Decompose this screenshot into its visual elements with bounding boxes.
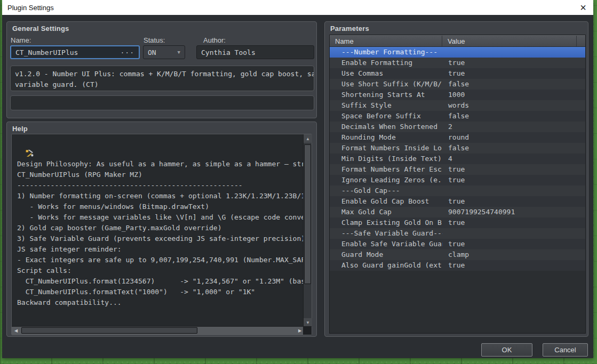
horizontal-scroll-thumb[interactable] [21, 327, 197, 334]
window-title: Plugin Settings [7, 4, 54, 12]
parameters-title: Parameters [330, 25, 369, 33]
param-name: ---Gold Cap--- [330, 185, 443, 196]
help-line: Backward compatibility... [17, 297, 304, 308]
param-name: Enable Safe Variable Guard [330, 239, 443, 249]
param-name: Also Guard gainGold (ext··· [330, 260, 443, 271]
param-name: Ignore Leading Zeros (e.··· [330, 175, 443, 185]
param-name: Decimals When Shortened [330, 122, 443, 132]
param-value [443, 228, 578, 239]
param-value: true [443, 68, 578, 79]
status-value: ON [148, 48, 156, 56]
help-line: CT_NumberUIPlus.format(1234567) -> "1,23… [17, 276, 304, 287]
help-text[interactable]: Design Philosophy: As useful as a hammer… [12, 134, 304, 327]
help-line: Design Philosophy: As useful as a hammer… [17, 137, 304, 169]
help-scroll-area: Design Philosophy: As useful as a hammer… [11, 134, 312, 335]
param-name: Rounding Mode [330, 132, 443, 143]
param-name: Max Gold Cap [330, 207, 443, 217]
table-row[interactable]: ---Safe Variable Guard--- [330, 228, 585, 239]
name-browse-button[interactable]: ··· [121, 48, 134, 56]
hammer-wrench-icon [26, 150, 34, 157]
author-value: Cynthia Tools [201, 48, 256, 56]
help-line: - Works for message variables like \V[n]… [17, 212, 304, 223]
author-label: Author: [203, 36, 226, 44]
table-row[interactable]: Rounding Moderound [330, 132, 585, 143]
table-row[interactable]: Enable Formattingtrue [330, 58, 585, 68]
param-value: true [443, 164, 578, 175]
param-name: ---Safe Variable Guard--- [330, 228, 443, 239]
help-line: JS safe integer reminder: [17, 244, 304, 255]
table-row[interactable]: ---Number Formatting--- [330, 47, 585, 58]
parameters-table-header: Name Value [330, 35, 585, 47]
help-line: 1) Number formatting on-screen (commas +… [17, 191, 304, 201]
param-value: 4 [443, 153, 578, 164]
table-row[interactable]: Clamp Existing Gold On B···true [330, 217, 585, 228]
title-bar[interactable]: Plugin Settings × [2, 0, 593, 15]
param-value: false [443, 143, 578, 153]
param-name: Suffix Style [330, 100, 443, 111]
ok-button[interactable]: OK [481, 343, 532, 357]
help-line: Script calls: [17, 265, 304, 276]
close-icon[interactable]: × [576, 1, 590, 14]
param-name: Enable Formatting [330, 58, 443, 68]
help-vertical-scrollbar[interactable]: ▲ ▼ [303, 134, 312, 327]
extra-field [10, 95, 314, 110]
table-row[interactable]: Also Guard gainGold (ext···true [330, 260, 585, 271]
param-value: 9007199254740991 [443, 207, 578, 217]
plugin-name-value: CT_NumberUIPlus [15, 48, 78, 56]
parameters-group: Parameters Name Value ---Number Formatti… [324, 21, 588, 337]
param-name: Clamp Existing Gold On B··· [330, 217, 443, 228]
table-row[interactable]: Format Numbers Inside Lo···false [330, 143, 585, 153]
table-row[interactable]: Enable Gold Cap Boosttrue [330, 196, 585, 207]
param-name: Use Commas [330, 68, 443, 79]
parameters-table: Name Value ---Number Formatting---Enable… [329, 35, 586, 334]
chevron-down-icon: ▼ [178, 50, 180, 55]
help-line: - Works for menus/windows (Bitmap.drawTe… [17, 201, 304, 212]
help-title: Help [12, 125, 28, 133]
param-name: Guard Mode [330, 249, 443, 260]
table-row[interactable]: Min Digits (Inside Text)4 [330, 153, 585, 164]
scroll-down-icon[interactable]: ▼ [304, 318, 312, 327]
param-value [443, 185, 578, 196]
table-row[interactable]: Use Commastrue [330, 68, 585, 79]
status-dropdown[interactable]: ON ▼ [143, 45, 185, 59]
vertical-scroll-thumb[interactable] [304, 144, 311, 284]
plugin-name-input[interactable]: CT_NumberUIPlus ··· [10, 45, 140, 59]
table-row[interactable]: ---Gold Cap--- [330, 185, 585, 196]
scroll-left-icon[interactable]: ◀ [12, 327, 20, 335]
table-row[interactable]: Format Numbers After Esc···true [330, 164, 585, 175]
scroll-up-icon[interactable]: ▲ [304, 134, 312, 143]
plugin-settings-window: Plugin Settings × General Settings Name:… [2, 0, 593, 358]
help-line: ----------------------------------------… [17, 180, 304, 191]
param-value: true [443, 58, 578, 68]
param-name: Min Digits (Inside Text) [330, 153, 443, 164]
param-value: true [443, 217, 578, 228]
parameters-body: ---Number Formatting---Enable Formatting… [330, 47, 585, 271]
param-value: 1000 [443, 90, 578, 100]
param-value: false [443, 79, 578, 90]
help-horizontal-scrollbar[interactable]: ◀ ▶ [12, 326, 304, 335]
name-label: Name: [11, 36, 31, 44]
author-input[interactable]: Cynthia Tools [196, 45, 314, 59]
table-row[interactable]: Ignore Leading Zeros (e.···true [330, 175, 585, 185]
table-row[interactable]: Enable Safe Variable Guardtrue [330, 239, 585, 249]
param-value: true [443, 260, 578, 271]
table-row[interactable]: Guard Modeclamp [330, 249, 585, 260]
param-value: true [443, 196, 578, 207]
help-line: 2) Gold cap booster (Game_Party.maxGold … [17, 223, 304, 233]
cancel-button[interactable]: Cancel [543, 343, 588, 357]
table-row[interactable]: Suffix Stylewords [330, 100, 585, 111]
help-line: - Exact integers are safe up to 9,007,19… [17, 255, 304, 265]
table-row[interactable]: Space Before Suffixfalse [330, 111, 585, 122]
help-line: CT_NumberUIPlus (RPG Maker MZ) [17, 169, 304, 180]
table-row[interactable]: Max Gold Cap9007199254740991 [330, 207, 585, 217]
column-header-value: Value [442, 36, 577, 46]
table-row[interactable]: Shortening Starts At1000 [330, 90, 585, 100]
help-group: Help Design Philosophy: As useful as a h… [6, 122, 317, 337]
param-name: Enable Gold Cap Boost [330, 196, 443, 207]
table-row[interactable]: Use Short Suffix (K/M/B/···false [330, 79, 585, 90]
table-row[interactable]: Decimals When Shortened2 [330, 122, 585, 132]
param-value: clamp [443, 249, 578, 260]
plugin-description: v1.2.0 - Number UI Plus: commas + K/M/B/… [10, 66, 314, 91]
help-line: 3) Safe Variable Guard (prevents exceedi… [17, 233, 304, 244]
param-value: false [443, 111, 578, 122]
